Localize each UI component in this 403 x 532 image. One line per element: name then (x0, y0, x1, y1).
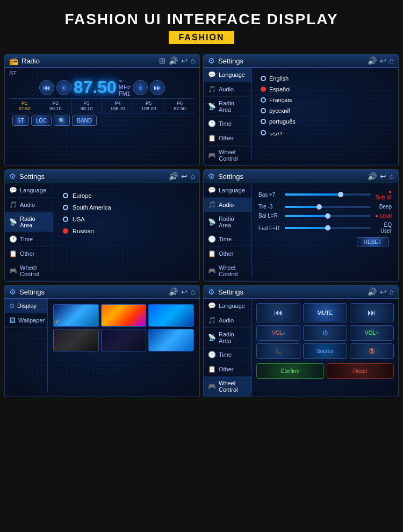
wallpaper-5[interactable] (101, 329, 147, 351)
wheel-reset-btn[interactable]: Reset (327, 363, 394, 379)
sidebar-area-time[interactable]: 🕐Time (5, 232, 53, 247)
sidebar-audio-time[interactable]: 🕐Time (204, 232, 251, 247)
sidebar-wheel-radio[interactable]: 📡Radio Area (204, 328, 251, 348)
wheel-vol-minus-btn[interactable]: VOL- (256, 325, 300, 341)
mute-label: MUTE (318, 310, 333, 316)
sidebar-item-wheel[interactable]: 🎮Wheel Control (204, 146, 251, 166)
sidebar-audio-language[interactable]: 💬Language (204, 183, 251, 198)
area-south-america[interactable]: South America (60, 202, 193, 213)
sidebar-wheel-other[interactable]: 📋Other (204, 362, 251, 377)
settings-wheel-volume-icon[interactable]: 🔊 (368, 287, 377, 296)
audio-fader-thumb (325, 225, 330, 231)
audio-fader-slider[interactable] (285, 227, 371, 229)
sidebar-audio-wheel[interactable]: 🎮Wheel Control (204, 261, 251, 281)
radio-prev[interactable]: ‹ (56, 80, 71, 95)
sidebar-audio-radio[interactable]: 📡Radio Area (204, 212, 251, 232)
settings-wheel-back-icon[interactable]: ↩ (380, 287, 386, 296)
sidebar-area-audio[interactable]: 🎵Audio (5, 198, 53, 212)
sidebar-audio-other[interactable]: 📋Other (204, 247, 251, 261)
radio-st-btn[interactable]: ST (12, 116, 29, 126)
settings-lang-home-icon[interactable]: ⌂ (390, 56, 394, 65)
wallpaper-3[interactable] (148, 304, 194, 327)
preset-p2[interactable]: P2 90.10 (40, 99, 71, 113)
sidebar-wheel-time[interactable]: 🕐Time (204, 348, 251, 362)
lang-english[interactable]: English (257, 73, 393, 84)
back-icon[interactable]: ↩ (181, 56, 188, 65)
sidebar-item-audio[interactable]: 🎵Audio (204, 82, 251, 97)
lang-espanol[interactable]: Español (257, 84, 393, 95)
sidebar-wheel-language[interactable]: 💬Language (204, 299, 251, 313)
settings-audio-back-icon[interactable]: ↩ (380, 172, 386, 181)
sidebar-item-time[interactable]: 🕐Time (204, 117, 251, 131)
area-usa[interactable]: USA (60, 213, 193, 225)
sidebar-display-wallpaper[interactable]: 🖼Wallpaper (5, 313, 47, 328)
wheel-mute-btn[interactable]: MUTE (303, 303, 347, 322)
preset-p5[interactable]: P5 108.00 (133, 99, 164, 113)
wheel-prev-btn[interactable]: ⏮ (256, 303, 300, 322)
audio-bass-slider[interactable] (285, 193, 371, 196)
settings-lang-back-icon[interactable]: ↩ (380, 56, 386, 65)
volume-icon[interactable]: 🔊 (169, 56, 178, 65)
settings-wheel-home-icon[interactable]: ⌂ (390, 287, 394, 296)
lang-russian[interactable]: русский (257, 105, 393, 116)
settings-area-back-icon[interactable]: ↩ (181, 172, 188, 181)
wallpaper-6[interactable] (148, 329, 194, 351)
settings-display-home-icon[interactable]: ⌂ (191, 287, 195, 296)
radio-skip-next[interactable]: ⏭ (150, 80, 165, 95)
sidebar-display-display[interactable]: ⊙Display (5, 299, 47, 313)
radio-search-btn[interactable]: 🔍 (54, 116, 70, 126)
area-europe[interactable]: Europe (60, 190, 193, 202)
wheel-vol-plus-btn[interactable]: VOL+ (350, 325, 394, 341)
lang-list: English Español Français русский portugu… (255, 71, 395, 140)
end-icon: 📵 (369, 348, 375, 354)
settings-lang-volume-icon[interactable]: 🔊 (368, 56, 377, 65)
radio-band: FM1 (119, 90, 131, 97)
home-icon[interactable]: ⌂ (191, 56, 195, 65)
preset-p3[interactable]: P3 98.10 (71, 99, 103, 113)
area-russian[interactable]: Russian (60, 225, 193, 237)
lang-francais[interactable]: Français (257, 95, 393, 105)
radio-loc-btn[interactable]: LOC (31, 116, 52, 126)
sidebar-item-radio-area[interactable]: 📡Radio Area (204, 97, 251, 117)
settings-area-volume-icon[interactable]: 🔊 (169, 172, 178, 181)
sidebar-area-language[interactable]: 💬Language (5, 183, 53, 198)
audio-balance-slider[interactable] (285, 215, 371, 217)
sidebar-audio-audio[interactable]: 🎵Audio (204, 198, 251, 212)
lang-arabic[interactable]: دیرپ (257, 127, 393, 138)
wallpaper-4[interactable] (53, 329, 99, 351)
sidebar-item-other[interactable]: 📋Other (204, 131, 251, 146)
radio-freq-row: ⏮ ‹ 87.50 ∞ MHz FM1 › ⏭ (9, 77, 195, 97)
settings-audio-panel: ⚙ Settings 🔊 ↩ ⌂ 💬Language 🎵Audio 📡Radio… (203, 169, 399, 282)
wallpaper-1[interactable] (53, 304, 99, 327)
preset-p4[interactable]: P4 106.10 (102, 99, 133, 113)
preset-p1[interactable]: P1 87.50 (9, 99, 40, 113)
settings-display-back-icon[interactable]: ↩ (181, 287, 188, 296)
wheel-confirm-btn[interactable]: Confirm (256, 363, 324, 379)
wallpaper-2[interactable] (101, 304, 147, 327)
area-south-america-dot (63, 205, 68, 210)
equalizer-icon[interactable]: ⊞ (159, 56, 165, 65)
audio-reset-button[interactable]: RESET (357, 237, 388, 247)
settings-audio-volume-icon[interactable]: 🔊 (368, 172, 377, 181)
wheel-end-btn[interactable]: 📵 (350, 343, 394, 359)
sidebar-item-language[interactable]: 💬Language (204, 68, 251, 82)
wheel-phone-btn[interactable]: 📞 (256, 343, 300, 359)
settings-audio-home-icon[interactable]: ⌂ (390, 172, 394, 181)
wheel-power-btn[interactable]: ⏻ (303, 325, 347, 341)
settings-area-home-icon[interactable]: ⌂ (191, 172, 195, 181)
lang-portugues[interactable]: português (257, 116, 393, 127)
sidebar-area-other[interactable]: 📋Other (5, 247, 53, 261)
sidebar-wheel-audio[interactable]: 🎵Audio (204, 313, 251, 328)
preset-p6[interactable]: P6 87.50 (164, 99, 195, 113)
wheel-source-btn[interactable]: Source (303, 343, 347, 359)
radio-band-btn[interactable]: BAND (72, 116, 97, 126)
settings-display-volume-icon[interactable]: 🔊 (169, 287, 178, 296)
sidebar-wheel-wheel[interactable]: 🎮Wheel Control (204, 377, 251, 397)
radio-skip-prev[interactable]: ⏮ (39, 80, 54, 95)
settings-area-content: Europe South America USA Russian (53, 183, 199, 277)
wheel-next-btn[interactable]: ⏭ (350, 303, 394, 322)
radio-next[interactable]: › (133, 80, 148, 95)
audio-treble-slider[interactable] (285, 206, 371, 208)
sidebar-area-wheel[interactable]: 🎮Wheel Control (5, 261, 53, 281)
sidebar-area-radio[interactable]: 📡Radio Area (5, 212, 53, 232)
